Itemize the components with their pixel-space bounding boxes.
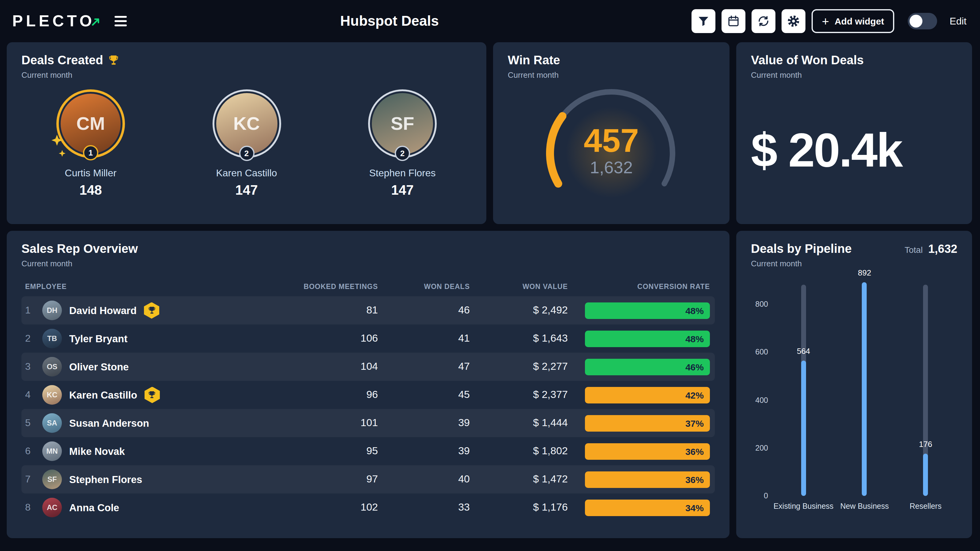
booked-meetings-value: 95: [280, 445, 378, 457]
refresh-button[interactable]: [751, 9, 775, 33]
booked-meetings-value: 101: [280, 417, 378, 429]
leader-value: 147: [235, 183, 258, 198]
won-value-value: $ 2,492: [470, 304, 568, 316]
avatar-initials: SF: [391, 113, 414, 134]
avatar-initials: SF: [48, 475, 57, 484]
leader-value: 147: [391, 183, 414, 198]
sparkle-icon: [51, 135, 62, 146]
calendar-button[interactable]: [722, 9, 745, 33]
avatar: SA: [42, 413, 62, 433]
widget-grid: Deals Created Current month CM 1 Curtis …: [0, 42, 980, 545]
booked-meetings-value: 81: [280, 304, 378, 316]
logo-text: PLECTO: [12, 12, 95, 30]
widget-title: Sales Rep Overview: [21, 242, 715, 256]
column-conversion-rate: CONVERSION RATE: [568, 283, 710, 290]
avatar: SF: [42, 470, 62, 489]
employee-name: Mike Novak: [69, 445, 125, 457]
won-deals-value: 40: [378, 473, 470, 486]
row-rank: 6: [25, 446, 42, 457]
filter-icon: [697, 15, 710, 27]
widget-subtitle: Current month: [508, 70, 715, 79]
avatar: TB: [42, 329, 62, 348]
avatar: SF: [372, 93, 433, 154]
table-row: 2 TB Tyler Bryant 106 41 $ 1,643 48%: [21, 324, 715, 353]
y-axis-label: 400: [751, 396, 768, 404]
table-row: 7 SF Stephen Flores 97 40 $ 1,472 36%: [21, 465, 715, 494]
leader-name: Karen Castillo: [216, 168, 277, 179]
page-title: Hubspot Deals: [130, 13, 692, 29]
sales-rep-table: EMPLOYEE BOOKED MEETINGS WON DEALS WON V…: [21, 277, 715, 522]
booked-meetings-value: 102: [280, 502, 378, 514]
employee-name: Karen Castillo: [69, 389, 137, 401]
conversion-rate-bar: 36%: [585, 471, 710, 487]
widget-title: Deals by Pipeline: [751, 242, 852, 256]
bar-new-business: 892: [834, 280, 895, 496]
plecto-logo[interactable]: PLECTO: [12, 12, 95, 30]
employee-name: David Howard: [69, 305, 137, 316]
avatar-ring: KC 2: [212, 89, 281, 158]
avatar: CM: [60, 94, 121, 154]
leader-second: KC 2 Karen Castillo 147: [194, 89, 299, 198]
hamburger-menu-icon[interactable]: [111, 12, 130, 30]
booked-meetings-value: 97: [280, 473, 378, 486]
won-deals-value: 46: [378, 304, 470, 316]
win-rate-total: 1,632: [590, 159, 633, 176]
y-axis-label: 800: [751, 300, 768, 308]
settings-button[interactable]: [781, 9, 805, 33]
column-employee: EMPLOYEE: [25, 283, 280, 290]
row-rank: 4: [25, 389, 42, 400]
edit-mode-toggle[interactable]: [908, 13, 937, 29]
avatar-initials: KC: [233, 113, 260, 134]
column-won-value: WON VALUE: [470, 283, 568, 290]
conversion-rate-bar: 34%: [585, 499, 710, 516]
booked-meetings-value: 96: [280, 389, 378, 401]
won-value-value: $ 1,176: [470, 502, 568, 514]
row-rank: 8: [25, 502, 42, 513]
trophy-icon: [108, 54, 120, 66]
bar-fill: [923, 454, 928, 496]
rank-badge: 2: [239, 146, 254, 161]
filter-button[interactable]: [692, 9, 715, 33]
widget-title: Win Rate: [508, 53, 715, 67]
row-rank: 2: [25, 333, 42, 344]
conversion-rate-bar: 48%: [585, 302, 710, 319]
avatar: DH: [42, 301, 62, 320]
total-label: Total: [905, 245, 923, 255]
avatar-ring: SF 2: [368, 89, 437, 158]
employee-name: Susan Anderson: [69, 417, 149, 429]
avatar-initials: CM: [76, 113, 105, 134]
calendar-icon: [727, 15, 740, 27]
won-deals-value: 47: [378, 360, 470, 373]
bar-value-label: 892: [858, 268, 871, 277]
booked-meetings-value: 106: [280, 332, 378, 345]
table-row: 1 DH David Howard 81 46 $ 2,492 48%: [21, 296, 715, 324]
y-axis-label: 0: [751, 492, 768, 500]
pipeline-total: Total 1,632: [905, 243, 957, 256]
widget-subtitle: Current month: [751, 70, 957, 79]
widget-title-text: Deals Created: [21, 53, 103, 67]
table-row: 4 KC Karen Castillo 96 45 $ 2,377 42%: [21, 381, 715, 409]
employee-name: Stephen Flores: [69, 473, 142, 485]
conversion-rate-bar: 36%: [585, 443, 710, 459]
bar-existing-business: 564: [773, 280, 834, 496]
pipeline-widget: Deals by Pipeline Total 1,632 Current mo…: [736, 231, 972, 538]
avatar-ring: CM 1: [56, 89, 125, 158]
rank-badge: 2: [395, 146, 410, 161]
avatar-initials: AC: [47, 503, 57, 512]
conversion-rate-bar: 48%: [585, 330, 710, 347]
win-rate-value: 457: [584, 123, 639, 156]
trophy-badge-icon: [144, 302, 159, 319]
add-widget-button[interactable]: + Add widget: [811, 9, 894, 33]
win-rate-gauge: 457 1,632: [541, 86, 682, 205]
table-row: 6 MN Mike Novak 95 39 $ 1,802 36%: [21, 437, 715, 465]
avatar: AC: [42, 498, 62, 517]
y-axis-label: 200: [751, 444, 768, 453]
booked-meetings-value: 104: [280, 360, 378, 373]
widget-subtitle: Current month: [21, 70, 472, 79]
toggle-knob: [910, 15, 923, 27]
won-deals-value: 45: [378, 389, 470, 401]
plus-icon: +: [822, 15, 829, 27]
leader-value: 148: [79, 183, 102, 198]
bar-value-label: 176: [919, 440, 932, 449]
dashboard: PLECTO Hubspot Deals: [0, 0, 980, 551]
